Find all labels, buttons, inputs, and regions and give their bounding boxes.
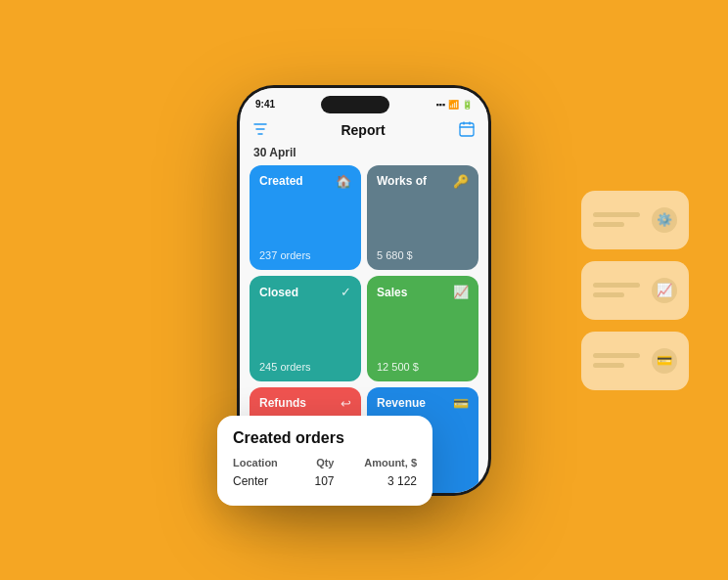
wallet-icon: 💳	[453, 396, 469, 411]
payment-icon: 💳	[652, 348, 677, 374]
status-bar: 9:41 ▪▪▪ 📶 🔋	[240, 88, 488, 115]
floating-cards-panel: ⚙️ 📈 💳	[581, 191, 689, 390]
stat-header-revenue: Revenue 💳	[377, 396, 469, 411]
phone-device: 9:41 ▪▪▪ 📶 🔋 Report	[237, 85, 491, 496]
cell-qty: 107	[303, 472, 334, 490]
floating-card-2: 📈	[581, 261, 689, 320]
status-time: 9:41	[255, 99, 275, 110]
col-header-amount: Amount, $	[334, 457, 417, 472]
card-line-long-3	[593, 353, 640, 358]
phone-notch	[321, 96, 389, 113]
stat-title-worksof: Works of	[377, 174, 427, 188]
stat-value-sales: 12 500 $	[377, 361, 469, 373]
popup-title: Created orders	[233, 429, 417, 447]
stat-title-created: Created	[259, 174, 303, 188]
stat-header-worksof: Works of 🔑	[377, 174, 469, 189]
report-date: 30 April	[240, 144, 488, 165]
card-line-short-3	[593, 363, 624, 368]
stat-header-sales: Sales 📈	[377, 285, 469, 299]
card-line-short-2	[593, 292, 624, 297]
return-icon: ↩	[341, 396, 351, 411]
stat-value-closed: 245 orders	[259, 361, 351, 373]
stat-title-sales: Sales	[377, 286, 407, 299]
card-line-short	[593, 222, 624, 227]
stat-title-revenue: Revenue	[377, 396, 426, 410]
table-row: Center 107 3 122	[233, 472, 417, 490]
stat-value-worksof: 5 680 $	[377, 249, 469, 261]
app-header: Report	[240, 115, 488, 144]
settings-icon: ⚙️	[652, 207, 677, 233]
floating-card-lines	[593, 212, 640, 227]
stat-card-worksof[interactable]: Works of 🔑 5 680 $	[367, 165, 478, 271]
col-header-qty: Qty	[303, 457, 334, 472]
stat-header-refunds: Refunds ↩	[259, 396, 351, 411]
signal-icon: ▪▪▪	[435, 100, 445, 110]
svg-rect-0	[460, 123, 474, 136]
status-icons: ▪▪▪ 📶 🔋	[435, 100, 473, 110]
stat-title-refunds: Refunds	[259, 396, 306, 410]
home-icon: 🏠	[336, 174, 351, 189]
trending-up-icon: 📈	[453, 285, 469, 299]
floating-card-lines-2	[593, 283, 640, 297]
stat-card-closed[interactable]: Closed ✓ 245 orders	[250, 276, 361, 381]
wifi-icon: 📶	[448, 100, 459, 110]
cell-amount: 3 122	[334, 472, 417, 490]
orders-table: Location Qty Amount, $ Center 107 3 122	[233, 457, 417, 490]
floating-card-lines-3	[593, 353, 640, 368]
created-orders-popup: Created orders Location Qty Amount, $ Ce…	[217, 416, 432, 506]
floating-card-3: 💳	[581, 332, 689, 390]
page-title: Report	[341, 122, 385, 138]
col-header-location: Location	[233, 457, 303, 472]
stat-card-sales[interactable]: Sales 📈 12 500 $	[367, 276, 478, 381]
filter-icon[interactable]	[253, 122, 267, 139]
card-line-long	[593, 212, 640, 217]
calendar-icon[interactable]	[459, 121, 475, 140]
key-icon: 🔑	[453, 174, 469, 189]
card-line-long-2	[593, 283, 640, 288]
chart-icon: 📈	[652, 278, 677, 303]
cell-location: Center	[233, 472, 303, 490]
floating-card-1: ⚙️	[581, 191, 689, 249]
stat-card-created[interactable]: Created 🏠 237 orders	[250, 165, 361, 271]
stat-header-closed: Closed ✓	[259, 285, 351, 299]
stat-header-created: Created 🏠	[259, 174, 351, 189]
stat-value-created: 237 orders	[259, 249, 351, 261]
stat-title-closed: Closed	[259, 286, 298, 299]
battery-icon: 🔋	[462, 100, 473, 110]
check-icon: ✓	[341, 285, 351, 299]
